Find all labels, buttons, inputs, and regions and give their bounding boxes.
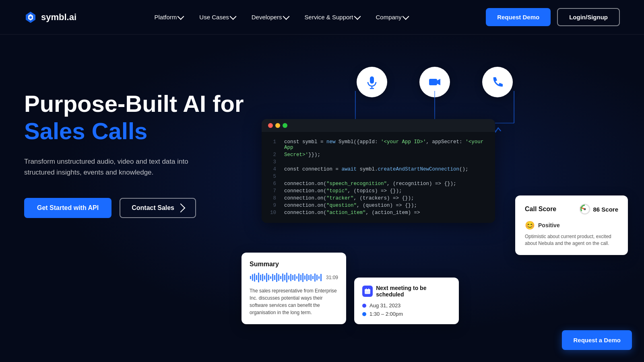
request-demo-button[interactable]: Request Demo [486,8,551,26]
hero-subtitle: Transform unstructured audio, video and … [24,156,201,178]
svg-rect-44 [308,275,310,280]
contact-sales-button[interactable]: Contact Sales [120,198,196,218]
svg-rect-3 [370,76,374,84]
date-dot [362,304,366,308]
meeting-title: Next meeting to be scheduled [376,285,451,298]
navigation: symbl.ai Platform Use Cases Developers S… [0,0,644,35]
code-line: 10 connection.on("action_item", (action_… [262,209,495,216]
meeting-date-row: Aug 31, 2023 [362,302,451,309]
chevron-down-icon [283,13,289,20]
score-badge: 86 Score [579,204,618,215]
video-camera-icon [427,75,442,89]
svg-rect-41 [302,273,303,282]
svg-rect-36 [292,275,293,280]
code-line: 3 [262,158,495,166]
svg-rect-22 [264,276,265,280]
svg-rect-19 [258,273,259,282]
brand-name: symbl.ai [41,12,76,23]
svg-rect-50 [320,274,322,281]
phone-icon [490,75,505,89]
svg-rect-25 [270,276,271,279]
summary-text: The sales representative from Enterprise… [250,287,338,316]
svg-rect-39 [298,274,299,282]
arrow-right-icon [176,204,186,213]
hero-title-line1: Purpose-Built AI for [24,91,250,117]
svg-rect-23 [266,273,267,282]
meeting-details: Aug 31, 2023 1:30 – 2:00pm [362,302,451,317]
hero-left: Purpose-Built AI for Sales Calls Transfo… [24,67,250,218]
svg-rect-24 [268,275,269,280]
close-dot [268,123,273,128]
code-line: 1 const symbl = new Symbl({appId: '<your… [262,138,495,151]
nav-actions: Request Demo Login/Signup [486,8,620,26]
svg-rect-28 [276,273,277,282]
nav-links: Platform Use Cases Developers Service & … [148,10,415,24]
chevron-down-icon [402,13,409,20]
waveform-time: 31:09 [326,275,338,280]
svg-rect-42 [304,276,305,280]
call-score-card: Call Score 86 Score 😊 Positive Optimisti… [515,195,628,255]
chevron-down-icon [354,13,361,20]
chevron-down-icon [229,13,236,20]
code-line: 2 Secret>'}}); [262,151,495,158]
code-body: 1 const symbl = new Symbl({appId: '<your… [262,132,495,223]
positive-emoji: 😊 [525,220,535,230]
svg-rect-53 [366,288,367,290]
code-line: 5 [262,173,495,180]
microphone-icon [365,75,379,89]
code-line: 7 connection.on("topic", (topics) => {})… [262,187,495,195]
code-line: 8 connection.on("tracker", (trackers) =>… [262,195,495,202]
nav-item-support[interactable]: Service & Support [298,10,366,24]
svg-rect-46 [312,276,314,279]
nav-item-usecases[interactable]: Use Cases [193,10,242,24]
logo[interactable]: symbl.ai [24,11,76,24]
login-signup-button[interactable]: Login/Signup [557,8,620,26]
meeting-time-row: 1:30 – 2:00pm [362,311,451,317]
summary-card: Summary [242,253,346,324]
svg-rect-52 [365,289,370,291]
svg-rect-6 [429,79,437,85]
code-line: 9 connection.on("question", (question) =… [262,202,495,209]
svg-rect-40 [300,275,301,280]
svg-rect-43 [306,274,308,281]
svg-rect-17 [254,274,255,282]
nav-item-company[interactable]: Company [369,10,415,24]
hero-section: Purpose-Built AI for Sales Calls Transfo… [0,35,644,360]
svg-rect-49 [318,276,320,279]
svg-rect-16 [252,274,253,281]
code-editor-header [262,119,495,132]
meeting-card: Next meeting to be scheduled Aug 31, 202… [354,278,459,324]
svg-point-14 [584,208,586,210]
nav-item-developers[interactable]: Developers [245,10,295,24]
svg-rect-34 [288,276,289,280]
chevron-down-icon [178,13,184,20]
waveform-svg [250,272,323,283]
floating-request-demo-button[interactable]: Request a Demo [562,330,632,350]
code-line: 4 const connection = await symbl.createA… [262,166,495,173]
svg-rect-29 [278,274,279,281]
svg-rect-20 [260,275,261,280]
code-line: 6 connection.on("speech_recognition", (r… [262,180,495,187]
code-editor: 1 const symbl = new Symbl({appId: '<your… [262,119,495,223]
svg-rect-35 [290,274,291,281]
sentiment-row: 😊 Positive [525,220,618,230]
svg-rect-27 [274,275,275,280]
svg-rect-26 [272,274,273,281]
svg-rect-31 [282,274,283,282]
get-started-button[interactable]: Get Started with API [24,198,111,218]
svg-rect-21 [262,274,263,281]
call-score-header: Call Score 86 Score [525,204,618,215]
svg-rect-30 [280,276,281,279]
nav-item-platform[interactable]: Platform [148,10,190,24]
svg-rect-18 [256,275,257,280]
summary-title: Summary [250,261,338,268]
svg-rect-15 [250,276,251,279]
call-score-title: Call Score [525,206,556,213]
hero-title-line2: Sales Calls [24,118,250,144]
svg-rect-45 [310,274,312,281]
svg-rect-33 [286,273,287,282]
svg-rect-37 [294,274,295,281]
time-dot [362,312,366,316]
svg-rect-32 [284,275,285,280]
hero-right: 1 const symbl = new Symbl({appId: '<your… [250,67,620,348]
